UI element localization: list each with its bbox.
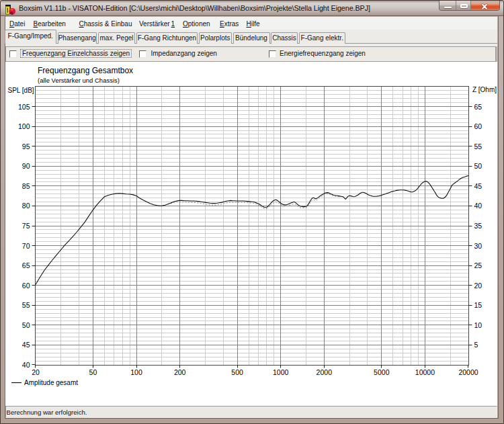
- svg-text:30: 30: [474, 242, 482, 250]
- svg-text:105: 105: [18, 103, 30, 111]
- svg-text:20: 20: [32, 368, 40, 376]
- svg-text:5000: 5000: [374, 368, 390, 376]
- svg-text:90: 90: [22, 162, 30, 170]
- svg-text:Z [Ohm]: Z [Ohm]: [472, 86, 497, 93]
- svg-text:85: 85: [22, 182, 30, 190]
- svg-text:200: 200: [174, 368, 186, 376]
- svg-text:20: 20: [474, 282, 482, 290]
- svg-text:5: 5: [474, 341, 478, 349]
- svg-text:45: 45: [22, 341, 30, 349]
- svg-text:100: 100: [18, 122, 30, 130]
- svg-text:80: 80: [22, 202, 30, 210]
- svg-text:Amplitude gesamt: Amplitude gesamt: [24, 379, 78, 386]
- svg-text:2000: 2000: [317, 368, 333, 376]
- svg-text:100: 100: [130, 368, 142, 376]
- svg-text:40: 40: [474, 202, 482, 210]
- svg-text:50: 50: [474, 162, 482, 170]
- svg-text:70: 70: [22, 242, 30, 250]
- svg-text:55: 55: [22, 301, 30, 309]
- svg-text:20000: 20000: [458, 368, 478, 376]
- svg-text:SPL [dB]: SPL [dB]: [8, 87, 34, 94]
- svg-text:10000: 10000: [415, 368, 435, 376]
- svg-text:95: 95: [22, 142, 30, 151]
- svg-text:50: 50: [89, 368, 97, 376]
- svg-text:65: 65: [22, 261, 30, 269]
- svg-text:1000: 1000: [273, 368, 289, 376]
- svg-text:Frequenzgang Gesamtbox: Frequenzgang Gesamtbox: [38, 66, 133, 75]
- svg-text:60: 60: [22, 282, 30, 290]
- svg-text:25: 25: [474, 261, 482, 269]
- svg-text:(alle Verstärker und Chassis): (alle Verstärker und Chassis): [38, 77, 120, 84]
- svg-text:45: 45: [474, 182, 482, 190]
- svg-text:65: 65: [474, 103, 482, 111]
- svg-text:50: 50: [22, 321, 30, 329]
- svg-text:75: 75: [22, 222, 30, 230]
- svg-text:55: 55: [474, 142, 482, 151]
- svg-text:60: 60: [474, 122, 482, 130]
- svg-text:35: 35: [474, 222, 482, 230]
- svg-text:40: 40: [22, 361, 30, 369]
- svg-text:500: 500: [231, 368, 243, 376]
- svg-text:15: 15: [474, 301, 482, 309]
- svg-text:10: 10: [474, 321, 482, 329]
